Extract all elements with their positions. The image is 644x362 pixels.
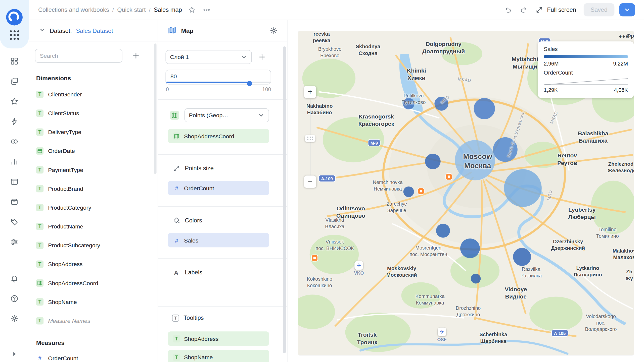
road-label: MRD <box>546 190 553 201</box>
dataset-collapse-chevron-icon[interactable] <box>39 26 45 35</box>
map-more-menu-icon[interactable]: ••• <box>619 32 629 41</box>
favorite-star-icon[interactable] <box>188 6 196 14</box>
collapse-panel-icon[interactable] <box>11 351 18 359</box>
map-place-label: DrozhzhinoДрожжино <box>456 305 481 318</box>
map-canvas[interactable]: reevkaреевкаBryokhovoБрёховоSkhodnyaСход… <box>298 31 634 355</box>
map-place-label: ZhЖу <box>625 269 633 282</box>
divider <box>29 332 158 332</box>
saved-button[interactable]: Saved <box>584 3 615 16</box>
map-place-label: MalakhovМалахов <box>613 248 634 261</box>
field-item-productcategory[interactable]: TProductCategory <box>29 198 158 217</box>
tooltip-field-chip-shopname[interactable]: TShopName <box>168 350 269 362</box>
map-place-label: MoskovskiyМосковский <box>386 265 417 279</box>
field-item-shopaddresscoord[interactable]: ShopAddressCoord <box>29 274 158 292</box>
full-screen-label: Full screen <box>547 7 576 13</box>
map-place-label: PutilkovoПутилково <box>401 93 426 106</box>
opacity-min-label: 0 <box>166 86 169 93</box>
field-item-productsubcategory[interactable]: TProductSubcategory <box>29 236 158 255</box>
add-field-button[interactable] <box>131 51 141 61</box>
apps-grid-icon[interactable] <box>10 30 19 40</box>
geopoints-field-name: ShopAddressCoord <box>184 133 234 139</box>
breadcrumb-quick-start[interactable]: Quick start <box>117 7 146 13</box>
map-place-label: KokoshkinoКокошкино <box>307 276 332 289</box>
map-place-label: BryokhovoБрёхово <box>318 46 342 59</box>
field-item-shopaddress[interactable]: TShopAddress <box>29 255 158 274</box>
field-item-measure-names[interactable]: TMeasure Names <box>29 311 158 330</box>
map-place-label: MoscowМосква <box>463 152 492 170</box>
layers-icon[interactable] <box>10 77 19 86</box>
train-station-icon <box>312 255 317 261</box>
dashboards-icon[interactable] <box>10 56 19 66</box>
colors-field-chip[interactable]: # Sales <box>168 233 269 247</box>
quick-actions-bolt-icon[interactable] <box>10 117 19 126</box>
opacity-slider-knob[interactable] <box>247 81 252 86</box>
map-place-label: TroitskТроицк <box>357 331 377 346</box>
field-item-orderdate[interactable]: OrderDate <box>29 142 158 160</box>
map-place-label: DzerzhinskyДзержинский <box>551 238 585 252</box>
help-icon[interactable] <box>10 294 19 303</box>
add-layer-button[interactable] <box>257 52 267 62</box>
full-screen-button[interactable]: Full screen <box>535 6 576 14</box>
links-rings-icon[interactable] <box>10 137 19 146</box>
train-station-icon <box>418 188 424 194</box>
map-place-label: ZarechyeЗаречье <box>387 201 407 214</box>
zoom-out-button[interactable]: − <box>304 175 316 188</box>
labels-icon: A <box>172 268 180 277</box>
storage-box-icon[interactable] <box>10 197 19 206</box>
tables-icon[interactable] <box>10 177 19 186</box>
settings-gear-icon[interactable] <box>10 314 19 323</box>
field-search-input[interactable] <box>35 49 122 63</box>
field-item-ordercount[interactable]: #OrderCount <box>29 349 158 362</box>
geo-field-icon <box>173 132 180 140</box>
road-badge: M-9 <box>369 140 380 146</box>
tooltip-field-chip-shopaddress[interactable]: TShopAddress <box>168 331 269 346</box>
geotype-select[interactable]: Points (Geop… <box>185 108 269 122</box>
field-item-clientgender[interactable]: TClientGender <box>29 85 158 104</box>
colors-bucket-icon <box>172 216 180 224</box>
text-field-icon: T <box>36 109 43 117</box>
left-nav-rail <box>0 0 29 362</box>
services-sliders-icon[interactable] <box>10 237 19 247</box>
road-label: MRD <box>439 94 450 105</box>
points-size-icon <box>172 164 180 172</box>
redo-icon[interactable] <box>520 6 528 14</box>
map-place-label: reevkaреевка <box>313 31 330 44</box>
dataset-scrollbar[interactable] <box>154 43 157 174</box>
field-item-shopname[interactable]: TShopName <box>29 292 158 311</box>
zoom-slider-handle[interactable] <box>305 135 315 142</box>
chart-settings-gear-icon[interactable] <box>269 26 278 35</box>
layer-opacity-control[interactable]: 80 <box>165 70 271 85</box>
charts-icon[interactable] <box>10 157 19 166</box>
app-window: Collections and workbooks / Quick start … <box>0 0 644 362</box>
notifications-bell-icon[interactable] <box>10 274 19 283</box>
layer-select[interactable]: Слой 1 <box>165 50 252 64</box>
more-actions-icon[interactable] <box>203 6 211 14</box>
save-dropdown-button[interactable] <box>619 3 635 16</box>
divider <box>158 307 287 307</box>
breadcrumb-collections[interactable]: Collections and workbooks <box>38 7 109 13</box>
field-item-clientstatus[interactable]: TClientStatus <box>29 104 158 123</box>
tooltips-chips: TShopAddressTShopName <box>158 331 287 362</box>
points-size-field-chip[interactable]: # OrderCount <box>168 181 269 195</box>
marketplace-tag-icon[interactable] <box>10 217 19 226</box>
favorites-star-icon[interactable] <box>10 97 19 106</box>
zoom-in-button[interactable]: + <box>304 86 316 98</box>
map-place-label: ScherbinkaЩербинка <box>479 331 507 345</box>
map-place-label: MytishchiМытищи <box>512 55 538 70</box>
chart-panel-scrollbar[interactable] <box>283 46 286 353</box>
undo-icon[interactable] <box>504 6 512 14</box>
divider <box>158 206 287 207</box>
dataset-name-link[interactable]: Sales Dataset <box>76 27 113 34</box>
opacity-slider[interactable] <box>166 82 270 83</box>
road-badge: A-105 <box>552 330 568 336</box>
map-place-label: LytkarinoЛыткарино <box>574 265 602 278</box>
field-item-deliverytype[interactable]: TDeliveryType <box>29 123 158 142</box>
train-station-icon <box>446 174 452 180</box>
field-item-paymenttype[interactable]: TPaymentType <box>29 160 158 179</box>
field-item-productbrand[interactable]: TProductBrand <box>29 179 158 198</box>
map-place-label: Volodarskogoпос.Володарского <box>585 314 617 333</box>
datalens-logo-icon[interactable] <box>6 9 23 26</box>
field-item-productname[interactable]: TProductName <box>29 217 158 236</box>
map-place-label: KrasnogorskКрасногорск <box>358 113 394 128</box>
geopoints-field-chip[interactable]: ShopAddressCoord <box>168 129 269 143</box>
